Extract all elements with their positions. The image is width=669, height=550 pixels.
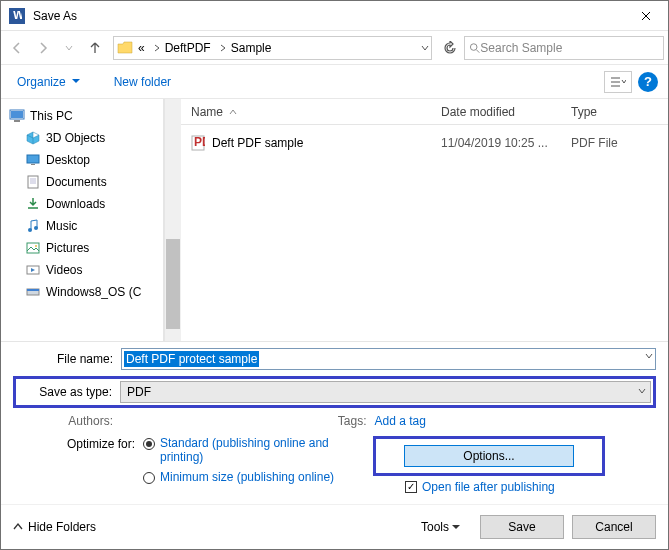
svg-text:PDF: PDF <box>194 135 205 149</box>
chevron-right-icon <box>151 44 163 52</box>
bottom-panel: File name: Deft PDF protect sample Save … <box>1 341 668 504</box>
options-button[interactable]: Options... <box>404 445 574 467</box>
svg-point-8 <box>28 228 32 232</box>
crumb-sample[interactable]: Sample <box>229 37 278 59</box>
save-button[interactable]: Save <box>480 515 564 539</box>
word-icon: W <box>9 8 25 24</box>
drive-icon <box>25 284 41 300</box>
search-icon <box>469 42 480 54</box>
pc-icon <box>9 108 25 124</box>
chevron-down-icon[interactable] <box>645 352 653 360</box>
file-area: Name Date modified Type PDF Deft PDF sam… <box>181 99 668 341</box>
footer: Hide Folders Tools Save Cancel <box>1 504 668 549</box>
downloads-icon <box>25 196 41 212</box>
cube-icon <box>25 130 41 146</box>
savetype-select[interactable]: PDF <box>120 381 651 403</box>
tree-videos[interactable]: Videos <box>3 259 161 281</box>
svg-text:W: W <box>13 11 22 21</box>
list-item[interactable]: PDF Deft PDF sample 11/04/2019 10:25 ...… <box>181 131 668 155</box>
filename-label: File name: <box>13 352 121 366</box>
svg-point-11 <box>35 245 37 247</box>
view-options-button[interactable] <box>604 71 632 93</box>
file-list[interactable]: PDF Deft PDF sample 11/04/2019 10:25 ...… <box>181 125 668 341</box>
svg-rect-5 <box>27 155 39 163</box>
new-folder-button[interactable]: New folder <box>108 71 177 93</box>
optimize-label: Optimize for: <box>13 436 143 494</box>
folder-icon <box>114 37 136 59</box>
window-title: Save As <box>33 9 623 23</box>
tree-documents[interactable]: Documents <box>3 171 161 193</box>
breadcrumb[interactable]: « DeftPDF Sample <box>113 36 432 60</box>
close-button[interactable] <box>623 1 668 31</box>
tree-downloads[interactable]: Downloads <box>3 193 161 215</box>
radio-minimum[interactable]: Minimum size (publishing online) <box>143 470 373 484</box>
search-input[interactable] <box>480 41 659 55</box>
column-headers: Name Date modified Type <box>181 99 668 125</box>
tree-desktop[interactable]: Desktop <box>3 149 161 171</box>
tree-this-pc[interactable]: This PC <box>3 105 161 127</box>
videos-icon <box>25 262 41 278</box>
hide-folders-button[interactable]: Hide Folders <box>13 520 96 534</box>
save-as-dialog: W Save As « DeftPDF Sample Organize <box>0 0 669 550</box>
col-date[interactable]: Date modified <box>441 105 571 119</box>
cancel-button[interactable]: Cancel <box>572 515 656 539</box>
svg-point-9 <box>34 226 38 230</box>
nav-tree: This PC 3D Objects Desktop Documents Dow… <box>1 99 164 341</box>
tags-label: Tags: <box>335 414 375 428</box>
refresh-button[interactable] <box>438 36 462 60</box>
tree-drive-c[interactable]: Windows8_OS (C <box>3 281 161 303</box>
save-type-highlight: Save as type: PDF <box>13 376 656 408</box>
organize-button[interactable]: Organize <box>11 71 86 93</box>
tree-music[interactable]: Music <box>3 215 161 237</box>
add-tag-link[interactable]: Add a tag <box>375 414 426 428</box>
authors-label: Authors: <box>13 414 121 428</box>
nav-bar: « DeftPDF Sample <box>1 31 668 65</box>
savetype-label: Save as type: <box>18 385 120 399</box>
svg-rect-7 <box>28 176 38 188</box>
chevron-up-icon <box>13 522 23 532</box>
documents-icon <box>25 174 41 190</box>
music-icon <box>25 218 41 234</box>
crumb-deftpdf[interactable]: DeftPDF <box>163 37 217 59</box>
radio-button-icon <box>143 438 155 450</box>
tree-scrollbar[interactable] <box>164 99 181 341</box>
chevron-down-icon <box>638 387 646 395</box>
svg-rect-14 <box>27 289 39 291</box>
radio-standard[interactable]: Standard (publishing online and printing… <box>143 436 373 464</box>
col-name[interactable]: Name <box>191 105 223 119</box>
forward-button[interactable] <box>31 36 55 60</box>
back-button[interactable] <box>5 36 29 60</box>
pictures-icon <box>25 240 41 256</box>
sort-asc-icon <box>229 109 237 115</box>
crumb-root[interactable]: « <box>136 37 151 59</box>
chevron-right-icon <box>217 44 229 52</box>
tree-3d-objects[interactable]: 3D Objects <box>3 127 161 149</box>
chevron-down-icon[interactable] <box>419 44 431 52</box>
checkbox-icon <box>405 481 417 493</box>
desktop-icon <box>25 152 41 168</box>
search-box[interactable] <box>464 36 664 60</box>
svg-rect-10 <box>27 243 39 253</box>
titlebar: W Save As <box>1 1 668 31</box>
filename-input[interactable]: Deft PDF protect sample <box>121 348 656 370</box>
radio-button-icon <box>143 472 155 484</box>
help-button[interactable]: ? <box>638 72 658 92</box>
options-highlight: Options... <box>373 436 605 476</box>
up-button[interactable] <box>83 36 107 60</box>
svg-rect-4 <box>14 120 20 122</box>
pdf-icon: PDF <box>191 135 205 151</box>
recent-dropdown[interactable] <box>57 36 81 60</box>
svg-point-1 <box>470 43 477 50</box>
body: This PC 3D Objects Desktop Documents Dow… <box>1 99 668 341</box>
col-type[interactable]: Type <box>571 105 668 119</box>
open-after-checkbox[interactable]: Open file after publishing <box>405 480 656 494</box>
tools-dropdown[interactable]: Tools <box>421 520 460 534</box>
svg-rect-6 <box>31 164 35 165</box>
toolbar: Organize New folder ? <box>1 65 668 99</box>
tree-pictures[interactable]: Pictures <box>3 237 161 259</box>
svg-rect-3 <box>11 111 23 118</box>
